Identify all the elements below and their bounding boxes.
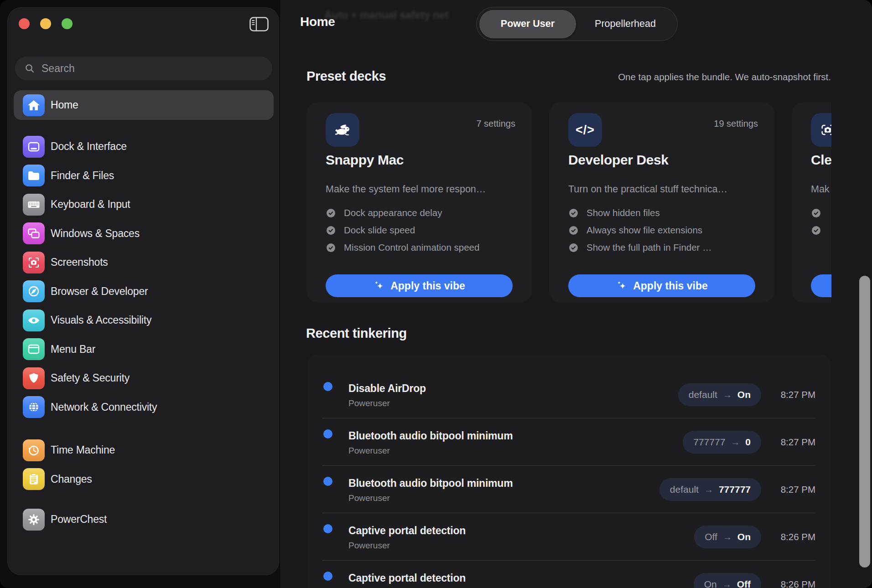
row-title: Bluetooth audio bitpool minimum [348, 430, 513, 442]
sidebar: Search Home Dock & Interface Finder & Fi… [7, 7, 279, 575]
screenshot-icon [23, 252, 45, 273]
row-timestamp: 8:26 PM [776, 579, 815, 588]
new-value: On [737, 389, 751, 400]
old-value: On [704, 579, 717, 588]
sidebar-item-finder-and-files[interactable]: Finder & Files [14, 161, 274, 191]
feature-item: Always show file extensions [568, 222, 712, 239]
preset-cards-scroller[interactable]: 7 settings Snappy Mac Make the system fe… [306, 102, 831, 303]
feature-item: Mission Control animation speed [326, 239, 479, 256]
check-seal-icon [326, 208, 336, 218]
sidebar-item-label: Network & Connectivity [51, 401, 157, 413]
row-title: Captive portal detection [348, 572, 466, 584]
sidebar-item-time-machine[interactable]: Time Machine [14, 436, 274, 465]
change-dot-icon [323, 382, 332, 391]
segment-power-user[interactable]: Power User [479, 10, 576, 38]
new-value: 777777 [719, 484, 751, 495]
sidebar-item-dock-and-interface[interactable]: Dock & Interface [14, 132, 274, 161]
row-timestamp: 8:26 PM [776, 531, 815, 542]
value-change-badge: 777777 → 0 [683, 431, 761, 454]
row-timestamp: 8:27 PM [776, 437, 815, 448]
search-input[interactable]: Search [15, 57, 272, 80]
row-timestamp: 8:27 PM [776, 484, 815, 495]
row-title: Bluetooth audio bitpool minimum [348, 477, 513, 490]
recent-row[interactable]: Bluetooth audio bitpool minimum Poweruse… [322, 466, 815, 513]
sidebar-item-label: Keyboard & Input [51, 198, 130, 211]
sidebar-item-menu-bar[interactable]: Menu Bar [14, 335, 274, 364]
sidebar-item-screenshots[interactable]: Screenshots [14, 248, 274, 277]
sidebar-item-network-and-connectivity[interactable]: Network & Connectivity [14, 393, 274, 422]
apply-vibe-button[interactable]: Apply this vibe [568, 274, 755, 297]
sidebar-item-changes[interactable]: Changes [14, 465, 274, 494]
arrow-right-icon: → [723, 532, 732, 542]
row-title: Disable AirDrop [348, 382, 426, 395]
recent-row[interactable]: Captive portal detection Poweruser Off →… [322, 513, 815, 561]
preset-decks-subtitle: One tap applies the bundle. We auto-snap… [618, 72, 831, 83]
preset-decks-title: Preset decks [306, 69, 386, 84]
change-dot-icon [323, 429, 332, 438]
card-description: Mak [811, 184, 831, 195]
sidebar-toggle-icon[interactable] [249, 17, 269, 31]
sidebar-item-label: Visuals & Accessibility [51, 314, 151, 326]
card-feature-list [811, 204, 829, 239]
row-meta: Off → On 8:26 PM [694, 526, 815, 548]
close-button[interactable] [19, 18, 30, 29]
windows-icon [23, 222, 45, 244]
recent-tinkering-list: Disable AirDrop Poweruser default → On 8… [307, 354, 830, 588]
old-value: Off [705, 531, 717, 542]
sidebar-item-label: Safety & Security [51, 372, 130, 384]
check-seal-icon [568, 208, 579, 218]
card-title: Cle [811, 152, 831, 168]
home-icon [23, 94, 45, 116]
sidebar-item-safety-and-security[interactable]: Safety & Security [14, 364, 274, 393]
sidebar-item-powerchest[interactable]: PowerChest [14, 505, 274, 534]
sparkle-icon [616, 280, 628, 292]
search-icon [24, 63, 35, 74]
zoom-button[interactable] [62, 18, 73, 29]
check-seal-icon [568, 225, 579, 236]
new-value: Off [737, 579, 751, 588]
row-meta: On → Off 8:26 PM [694, 573, 815, 588]
sidebar-item-label: Browser & Developer [51, 285, 148, 298]
check-seal-icon [568, 242, 579, 253]
preset-card-developer-desk: </> 19 settings Developer Desk Turn on t… [549, 102, 774, 303]
rabbit-icon [326, 113, 359, 147]
segment-propellerhead[interactable]: Propellerhead [576, 10, 675, 38]
vertical-scrollbar[interactable] [859, 276, 870, 567]
row-meta: default → On 8:27 PM [678, 383, 815, 406]
sidebar-item-windows-and-spaces[interactable]: Windows & Spaces [14, 219, 274, 248]
sidebar-nav: Home Dock & Interface Finder & Files Key… [14, 90, 274, 534]
sidebar-item-visuals-and-accessibility[interactable]: Visuals & Accessibility [14, 306, 274, 335]
camera-frame-icon [811, 113, 831, 147]
minimize-button[interactable] [40, 18, 51, 29]
menubar-icon [23, 338, 45, 360]
new-value: On [737, 531, 751, 542]
sidebar-item-label: Time Machine [51, 444, 115, 456]
sidebar-item-label: Changes [51, 473, 92, 485]
sidebar-item-label: Home [51, 99, 78, 111]
code-icon: </> [568, 113, 602, 147]
apply-vibe-button[interactable]: Apply this vibe [326, 274, 513, 297]
row-subtitle: Poweruser [348, 493, 390, 503]
sidebar-item-home[interactable]: Home [14, 90, 274, 120]
time-machine-icon [23, 439, 45, 461]
apply-vibe-button[interactable]: Apply this vibe [811, 274, 831, 297]
card-title: Developer Desk [568, 152, 669, 168]
recent-row[interactable]: Captive portal detection Poweruser On → … [322, 561, 815, 588]
feature-item: Dock appearance delay [326, 204, 479, 222]
value-change-badge: Off → On [694, 526, 761, 548]
recent-row[interactable]: Bluetooth audio bitpool minimum Poweruse… [322, 418, 815, 466]
old-value: default [689, 389, 717, 400]
settings-count: 7 settings [476, 119, 515, 129]
sidebar-item-keyboard-and-input[interactable]: Keyboard & Input [14, 190, 274, 219]
clipboard-icon [23, 468, 45, 490]
eye-icon [23, 309, 45, 331]
page-title: Home [300, 15, 335, 29]
sidebar-item-browser-and-developer[interactable]: Browser & Developer [14, 277, 274, 306]
feature-item: Show hidden files [568, 204, 712, 222]
sidebar-item-label: PowerChest [51, 513, 107, 526]
row-meta: 777777 → 0 8:27 PM [683, 431, 815, 454]
recent-row[interactable]: Disable AirDrop Poweruser default → On 8… [322, 371, 815, 418]
mode-segmented-control: Power User Propellerhead [476, 7, 678, 41]
card-feature-list: Show hidden filesAlways show file extens… [568, 204, 712, 256]
card-feature-list: Dock appearance delayDock slide speedMis… [326, 204, 479, 256]
